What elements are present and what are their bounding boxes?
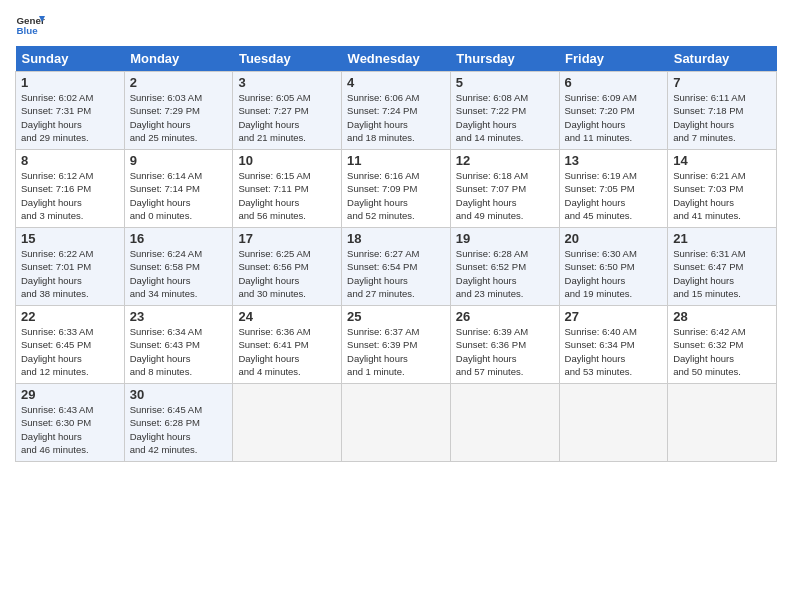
cell-sunrise: Sunrise: 6:30 AMSunset: 6:50 PMDaylight … <box>565 248 637 299</box>
calendar-cell: 20 Sunrise: 6:30 AMSunset: 6:50 PMDaylig… <box>559 228 668 306</box>
day-number: 12 <box>456 153 554 168</box>
day-number: 17 <box>238 231 336 246</box>
calendar-cell: 14 Sunrise: 6:21 AMSunset: 7:03 PMDaylig… <box>668 150 777 228</box>
day-number: 27 <box>565 309 663 324</box>
day-header-tuesday: Tuesday <box>233 46 342 72</box>
calendar-cell <box>559 384 668 462</box>
cell-sunrise: Sunrise: 6:11 AMSunset: 7:18 PMDaylight … <box>673 92 745 143</box>
cell-sunrise: Sunrise: 6:39 AMSunset: 6:36 PMDaylight … <box>456 326 528 377</box>
cell-sunrise: Sunrise: 6:40 AMSunset: 6:34 PMDaylight … <box>565 326 637 377</box>
calendar-cell: 5 Sunrise: 6:08 AMSunset: 7:22 PMDayligh… <box>450 72 559 150</box>
week-row-3: 15 Sunrise: 6:22 AMSunset: 7:01 PMDaylig… <box>16 228 777 306</box>
cell-sunrise: Sunrise: 6:21 AMSunset: 7:03 PMDaylight … <box>673 170 745 221</box>
calendar-cell: 2 Sunrise: 6:03 AMSunset: 7:29 PMDayligh… <box>124 72 233 150</box>
week-row-4: 22 Sunrise: 6:33 AMSunset: 6:45 PMDaylig… <box>16 306 777 384</box>
calendar-cell <box>668 384 777 462</box>
svg-text:Blue: Blue <box>17 25 39 36</box>
header-row: SundayMondayTuesdayWednesdayThursdayFrid… <box>16 46 777 72</box>
day-number: 1 <box>21 75 119 90</box>
calendar-cell: 25 Sunrise: 6:37 AMSunset: 6:39 PMDaylig… <box>342 306 451 384</box>
day-number: 18 <box>347 231 445 246</box>
day-number: 6 <box>565 75 663 90</box>
cell-sunrise: Sunrise: 6:19 AMSunset: 7:05 PMDaylight … <box>565 170 637 221</box>
day-number: 4 <box>347 75 445 90</box>
calendar-cell: 18 Sunrise: 6:27 AMSunset: 6:54 PMDaylig… <box>342 228 451 306</box>
calendar-cell: 10 Sunrise: 6:15 AMSunset: 7:11 PMDaylig… <box>233 150 342 228</box>
day-number: 5 <box>456 75 554 90</box>
cell-sunrise: Sunrise: 6:09 AMSunset: 7:20 PMDaylight … <box>565 92 637 143</box>
calendar-cell: 3 Sunrise: 6:05 AMSunset: 7:27 PMDayligh… <box>233 72 342 150</box>
cell-sunrise: Sunrise: 6:16 AMSunset: 7:09 PMDaylight … <box>347 170 419 221</box>
calendar-cell: 19 Sunrise: 6:28 AMSunset: 6:52 PMDaylig… <box>450 228 559 306</box>
cell-sunrise: Sunrise: 6:45 AMSunset: 6:28 PMDaylight … <box>130 404 202 455</box>
day-number: 7 <box>673 75 771 90</box>
day-header-thursday: Thursday <box>450 46 559 72</box>
calendar-cell <box>233 384 342 462</box>
day-number: 3 <box>238 75 336 90</box>
cell-sunrise: Sunrise: 6:03 AMSunset: 7:29 PMDaylight … <box>130 92 202 143</box>
calendar-cell <box>450 384 559 462</box>
day-number: 22 <box>21 309 119 324</box>
cell-sunrise: Sunrise: 6:28 AMSunset: 6:52 PMDaylight … <box>456 248 528 299</box>
calendar-cell: 11 Sunrise: 6:16 AMSunset: 7:09 PMDaylig… <box>342 150 451 228</box>
cell-sunrise: Sunrise: 6:42 AMSunset: 6:32 PMDaylight … <box>673 326 745 377</box>
calendar-cell: 23 Sunrise: 6:34 AMSunset: 6:43 PMDaylig… <box>124 306 233 384</box>
calendar-cell: 15 Sunrise: 6:22 AMSunset: 7:01 PMDaylig… <box>16 228 125 306</box>
cell-sunrise: Sunrise: 6:43 AMSunset: 6:30 PMDaylight … <box>21 404 93 455</box>
week-row-5: 29 Sunrise: 6:43 AMSunset: 6:30 PMDaylig… <box>16 384 777 462</box>
day-number: 8 <box>21 153 119 168</box>
calendar-cell: 7 Sunrise: 6:11 AMSunset: 7:18 PMDayligh… <box>668 72 777 150</box>
calendar-cell: 1 Sunrise: 6:02 AMSunset: 7:31 PMDayligh… <box>16 72 125 150</box>
cell-sunrise: Sunrise: 6:25 AMSunset: 6:56 PMDaylight … <box>238 248 310 299</box>
calendar-cell: 28 Sunrise: 6:42 AMSunset: 6:32 PMDaylig… <box>668 306 777 384</box>
cell-sunrise: Sunrise: 6:05 AMSunset: 7:27 PMDaylight … <box>238 92 310 143</box>
calendar-cell: 8 Sunrise: 6:12 AMSunset: 7:16 PMDayligh… <box>16 150 125 228</box>
calendar-table: SundayMondayTuesdayWednesdayThursdayFrid… <box>15 46 777 462</box>
day-number: 10 <box>238 153 336 168</box>
calendar-cell: 26 Sunrise: 6:39 AMSunset: 6:36 PMDaylig… <box>450 306 559 384</box>
day-number: 24 <box>238 309 336 324</box>
day-header-saturday: Saturday <box>668 46 777 72</box>
header: General Blue <box>15 10 777 40</box>
cell-sunrise: Sunrise: 6:14 AMSunset: 7:14 PMDaylight … <box>130 170 202 221</box>
cell-sunrise: Sunrise: 6:15 AMSunset: 7:11 PMDaylight … <box>238 170 310 221</box>
day-number: 13 <box>565 153 663 168</box>
day-header-monday: Monday <box>124 46 233 72</box>
day-number: 26 <box>456 309 554 324</box>
calendar-cell: 27 Sunrise: 6:40 AMSunset: 6:34 PMDaylig… <box>559 306 668 384</box>
day-number: 30 <box>130 387 228 402</box>
day-header-wednesday: Wednesday <box>342 46 451 72</box>
cell-sunrise: Sunrise: 6:27 AMSunset: 6:54 PMDaylight … <box>347 248 419 299</box>
cell-sunrise: Sunrise: 6:34 AMSunset: 6:43 PMDaylight … <box>130 326 202 377</box>
week-row-1: 1 Sunrise: 6:02 AMSunset: 7:31 PMDayligh… <box>16 72 777 150</box>
calendar-cell: 16 Sunrise: 6:24 AMSunset: 6:58 PMDaylig… <box>124 228 233 306</box>
day-number: 23 <box>130 309 228 324</box>
day-header-friday: Friday <box>559 46 668 72</box>
day-number: 15 <box>21 231 119 246</box>
calendar-cell: 4 Sunrise: 6:06 AMSunset: 7:24 PMDayligh… <box>342 72 451 150</box>
calendar-cell: 17 Sunrise: 6:25 AMSunset: 6:56 PMDaylig… <box>233 228 342 306</box>
cell-sunrise: Sunrise: 6:33 AMSunset: 6:45 PMDaylight … <box>21 326 93 377</box>
day-number: 16 <box>130 231 228 246</box>
calendar-cell <box>342 384 451 462</box>
calendar-cell: 21 Sunrise: 6:31 AMSunset: 6:47 PMDaylig… <box>668 228 777 306</box>
calendar-cell: 13 Sunrise: 6:19 AMSunset: 7:05 PMDaylig… <box>559 150 668 228</box>
cell-sunrise: Sunrise: 6:24 AMSunset: 6:58 PMDaylight … <box>130 248 202 299</box>
day-number: 28 <box>673 309 771 324</box>
calendar-cell: 22 Sunrise: 6:33 AMSunset: 6:45 PMDaylig… <box>16 306 125 384</box>
calendar-cell: 12 Sunrise: 6:18 AMSunset: 7:07 PMDaylig… <box>450 150 559 228</box>
day-number: 11 <box>347 153 445 168</box>
day-header-sunday: Sunday <box>16 46 125 72</box>
cell-sunrise: Sunrise: 6:18 AMSunset: 7:07 PMDaylight … <box>456 170 528 221</box>
cell-sunrise: Sunrise: 6:12 AMSunset: 7:16 PMDaylight … <box>21 170 93 221</box>
calendar-cell: 24 Sunrise: 6:36 AMSunset: 6:41 PMDaylig… <box>233 306 342 384</box>
cell-sunrise: Sunrise: 6:37 AMSunset: 6:39 PMDaylight … <box>347 326 419 377</box>
cell-sunrise: Sunrise: 6:22 AMSunset: 7:01 PMDaylight … <box>21 248 93 299</box>
day-number: 2 <box>130 75 228 90</box>
calendar-cell: 29 Sunrise: 6:43 AMSunset: 6:30 PMDaylig… <box>16 384 125 462</box>
day-number: 20 <box>565 231 663 246</box>
logo-icon: General Blue <box>15 10 45 40</box>
cell-sunrise: Sunrise: 6:31 AMSunset: 6:47 PMDaylight … <box>673 248 745 299</box>
calendar-cell: 30 Sunrise: 6:45 AMSunset: 6:28 PMDaylig… <box>124 384 233 462</box>
cell-sunrise: Sunrise: 6:06 AMSunset: 7:24 PMDaylight … <box>347 92 419 143</box>
